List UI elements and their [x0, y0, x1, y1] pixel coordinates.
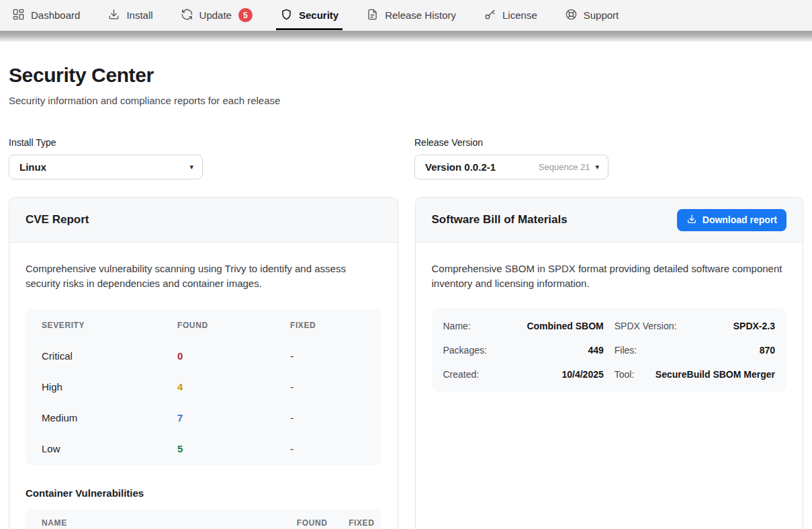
nav-tab-label: Dashboard [31, 9, 80, 21]
update-count-badge: 5 [238, 8, 253, 22]
severity-col-header: SEVERITY [42, 321, 177, 330]
fixed-count: - [290, 412, 381, 423]
fixed-col-header: FIXED [328, 518, 375, 528]
cve-report-header: CVE Report [9, 198, 398, 243]
release-version-group: Release Version Version 0.0.2-1 Sequence… [414, 137, 803, 179]
nav-tab-label: License [502, 9, 537, 21]
key-icon [484, 8, 496, 23]
sbom-card: Software Bill of Materials Download repo… [415, 197, 804, 529]
fixed-count: - [290, 443, 381, 454]
sbom-created-value: 10/4/2025 [561, 369, 603, 380]
nav-tab-label: Support [584, 9, 619, 21]
document-icon [366, 8, 379, 23]
severity-label: Medium [42, 412, 177, 423]
sbom-name-label: Name: [443, 321, 471, 331]
sbom-details-table: Name: Combined SBOM SPDX Version: SPDX-2… [432, 308, 787, 393]
found-col-header: FOUND [274, 518, 328, 528]
header-shadow [0, 31, 812, 42]
table-row: Created: 10/4/2025 Tool: SecureBuild SBO… [443, 362, 776, 386]
nav-tab-release-history[interactable]: Release History [366, 0, 456, 30]
sbom-tool-value: SecureBuild SBOM Merger [656, 369, 775, 380]
cve-report-description: Comprehensive vulnerability scanning usi… [26, 261, 381, 291]
install-type-group: Install Type Linux ▾ [9, 137, 398, 179]
install-type-select[interactable]: Linux ▾ [9, 155, 203, 179]
release-version-label: Release Version [414, 137, 803, 148]
nav-tab-dashboard[interactable]: Dashboard [12, 0, 80, 30]
nav-tab-update[interactable]: Update 5 [181, 0, 253, 30]
severity-label: Critical [42, 350, 177, 362]
dashboard-grid-icon [12, 8, 25, 23]
cve-report-title: CVE Report [26, 213, 89, 227]
sbom-files-value: 870 [760, 345, 775, 356]
container-vulnerabilities-title: Container Vulnerabilities [26, 487, 381, 499]
found-count: 7 [177, 412, 290, 423]
found-count: 4 [177, 381, 290, 393]
sbom-title: Software Bill of Materials [432, 213, 568, 227]
nav-tab-label: Release History [385, 9, 456, 21]
nav-tab-support[interactable]: Support [565, 0, 619, 30]
release-version-value: Version 0.0.2-1 [425, 161, 496, 173]
chevron-down-icon: ▾ [189, 163, 193, 171]
found-count: 5 [177, 443, 290, 454]
download-icon [107, 8, 120, 23]
refresh-icon [181, 8, 193, 23]
lifebuoy-icon [565, 8, 578, 23]
main-content: Security Center Security information and… [0, 64, 812, 529]
sbom-tool-label: Tool: [615, 369, 635, 380]
chevron-down-icon: ▾ [595, 163, 599, 171]
found-count: 0 [177, 350, 290, 362]
shield-icon [280, 8, 293, 23]
download-report-button[interactable]: Download report [677, 209, 786, 231]
sbom-packages-value: 449 [588, 345, 603, 356]
nav-tab-label: Update [199, 9, 232, 21]
sbom-spdx-version-label: SPDX Version: [615, 321, 677, 331]
sbom-name-value: Combined SBOM [527, 321, 603, 331]
sbom-created-label: Created: [443, 369, 480, 380]
severity-table: SEVERITY FOUND FIXED Critical 0 - High 4… [26, 309, 381, 465]
table-row: Packages: 449 Files: 870 [443, 338, 776, 362]
name-col-header: NAME [42, 518, 274, 528]
nav-tab-license[interactable]: License [484, 0, 537, 30]
table-row: Name: Combined SBOM SPDX Version: SPDX-2… [443, 314, 776, 338]
top-navbar: Dashboard Install Update 5 Security Rele… [0, 0, 812, 31]
release-version-select[interactable]: Version 0.0.2-1 Sequence 21 ▾ [414, 155, 608, 179]
filters-row: Install Type Linux ▾ Release Version Ver… [9, 137, 803, 179]
severity-label: Low [42, 443, 177, 454]
fixed-count: - [290, 350, 381, 362]
page-subtitle: Security information and compliance repo… [9, 95, 803, 106]
table-row: Critical 0 - [26, 341, 381, 372]
sbom-body: Comprehensive SBOM in SPDX format provid… [416, 243, 803, 409]
severity-table-header-row: SEVERITY FOUND FIXED [26, 310, 381, 341]
sbom-spdx-version-value: SPDX-2.3 [733, 321, 775, 331]
nav-tab-security[interactable]: Security [280, 0, 339, 30]
sbom-description: Comprehensive SBOM in SPDX format provid… [432, 261, 787, 291]
sbom-header: Software Bill of Materials Download repo… [416, 198, 803, 243]
severity-label: High [42, 381, 177, 393]
table-row: Medium 7 - [26, 403, 381, 434]
sbom-files-label: Files: [615, 345, 637, 356]
cards-row: CVE Report Comprehensive vulnerability s… [9, 197, 803, 529]
download-icon [686, 214, 697, 227]
page-title: Security Center [9, 64, 803, 87]
install-type-value: Linux [19, 161, 46, 173]
sbom-packages-label: Packages: [443, 345, 487, 356]
fixed-col-header: FIXED [290, 321, 381, 330]
cve-report-body: Comprehensive vulnerability scanning usi… [9, 243, 398, 529]
fixed-count: - [290, 381, 381, 393]
download-report-label: Download report [703, 214, 777, 225]
table-row: High 4 - [26, 372, 381, 403]
table-row: Low 5 - [26, 434, 381, 464]
release-sequence-hint: Sequence 21 [539, 162, 590, 172]
container-vulnerabilities-header-row: NAME FOUND FIXED [26, 510, 381, 529]
install-type-label: Install Type [9, 137, 398, 148]
nav-tab-label: Security [299, 9, 339, 21]
found-col-header: FOUND [177, 321, 290, 330]
cve-report-card: CVE Report Comprehensive vulnerability s… [9, 197, 398, 529]
nav-tab-label: Install [126, 9, 152, 21]
nav-tab-install[interactable]: Install [107, 0, 152, 30]
